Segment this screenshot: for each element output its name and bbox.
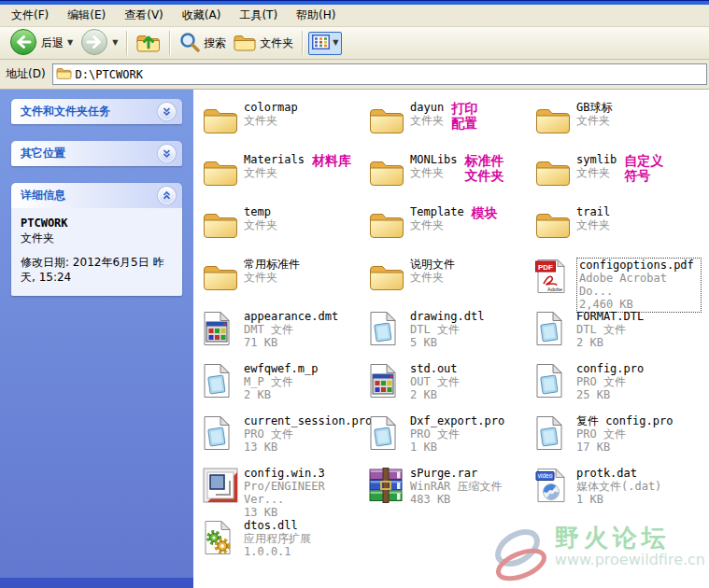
gridfile-icon [203,308,244,349]
file-name: symlib [576,153,617,166]
file-name: appearance.dmt [244,310,338,323]
file-type: DMT 文件 [244,323,338,336]
file-tile[interactable]: Materials文件夹材料库 [203,151,369,203]
panel-file-tasks: 文件和文件夹任务 [11,99,182,124]
menu-item-4[interactable]: 工具(T) [230,5,287,26]
panel-details-header[interactable]: 详细信息 [11,183,182,208]
panel-other-places: 其它位置 [11,141,182,166]
folder-icon [369,151,410,192]
file-name: Template [410,205,464,218]
address-input[interactable]: D:\PTCWORK [52,63,707,85]
folder-icon [203,151,244,192]
file-tile[interactable]: PDF Adobeconfigoptions.pdfAdobe Acrobat … [535,256,702,308]
file-tile[interactable]: symlib文件夹自定义符号 [535,151,702,203]
panel-title: 文件和文件夹任务 [21,104,110,119]
search-button[interactable]: 搜索 [176,30,230,57]
file-tile[interactable]: config.proPRO 文件25 KB [535,360,702,413]
views-button[interactable]: ▼ [308,32,342,55]
menu-item-2[interactable]: 查看(V) [115,5,173,26]
file-name: current_session.pro [244,414,372,427]
panel-file-tasks-header[interactable]: 文件和文件夹任务 [11,99,182,124]
file-name: sPurge.rar [410,467,503,480]
chevron-down-icon[interactable] [158,145,176,162]
doc-icon [535,413,576,454]
file-tile[interactable]: drawing.dtlDTL 文件5 KB [369,308,535,360]
file-type: PRO 文件 [576,427,673,441]
file-type: 文件夹 [244,166,305,179]
file-tile[interactable]: current_session.proPRO 文件13 KB [203,413,369,465]
file-tile[interactable]: Dxf_export.proPRO 文件1 KB [369,413,535,465]
file-tile[interactable]: video protk.dat媒体文件(.dat)1 KB [535,465,702,517]
file-type: 应用程序扩展 [244,532,311,545]
file-type: 文件夹 [576,218,610,231]
annotation-label: 标准件文件夹 [465,153,504,183]
file-name: ewfqwef.m_p [244,362,318,375]
file-tile[interactable]: temp文件夹 [203,203,369,256]
file-tile[interactable]: FORMAT.DTLDTL 文件2 KB [535,308,702,360]
folder-icon [203,99,244,140]
folder-icon [535,203,576,245]
doc-icon [535,308,576,349]
file-name: config.pro [576,362,644,375]
menu-item-1[interactable]: 编辑(E) [58,5,115,26]
file-type: PRO 文件 [410,427,504,441]
file-tile[interactable]: MONLibs文件夹标准件文件夹 [369,151,535,203]
folders-button[interactable]: 文件夹 [230,31,297,56]
file-size: 2 KB [410,388,460,401]
file-tile[interactable]: trail文件夹 [535,203,702,256]
folder-icon [203,203,244,245]
menu-item-3[interactable]: 收藏(A) [173,5,231,26]
folder-icon [369,99,410,140]
doc-icon [369,413,410,454]
file-tile[interactable]: ewfqwef.m_pM_P 文件2 KB [203,360,369,413]
file-tile[interactable]: dtos.dll应用程序扩展1.0.0.1 [203,517,369,569]
file-name: dayun [410,101,444,114]
file-tile[interactable]: colormap文件夹 [203,99,369,151]
file-tile[interactable]: dayun文件夹打印配置 [369,99,535,151]
menu-item-0[interactable]: 文件(F) [2,5,58,26]
forward-button[interactable]: ▼ [77,26,121,61]
file-type: 文件夹 [410,218,464,231]
file-tile[interactable]: appearance.dmtDMT 文件71 KB [203,308,369,360]
back-button[interactable]: 后退 ▼ [6,26,77,61]
file-tile[interactable]: 常用标准件文件夹 [203,256,369,308]
menu-item-5[interactable]: 帮助(H) [287,5,345,26]
file-type: PRO 文件 [576,375,644,388]
folder-icon [369,203,410,245]
back-dropdown-caret[interactable]: ▼ [67,39,73,47]
file-name: protk.dat [576,467,661,480]
svg-text:Adobe: Adobe [547,287,562,292]
forward-dropdown-caret[interactable]: ▼ [112,39,118,47]
file-name: dtos.dll [244,519,311,532]
file-type: DTL 文件 [410,323,484,336]
search-icon [179,32,200,55]
panel-title: 详细信息 [21,188,65,203]
file-name: config.win.3 [244,467,369,480]
file-tile[interactable]: 说明文件文件夹 [369,256,535,308]
chevron-down-icon[interactable] [158,103,176,120]
file-type: 文件夹 [410,114,444,127]
file-tile[interactable]: config.win.3Pro/ENGINEER Ver...13 KB [203,465,369,517]
file-tile[interactable]: std.outOUT 文件2 KB [369,360,535,413]
up-button[interactable] [133,29,164,58]
file-size: 2 KB [576,336,644,349]
file-name: temp [244,205,277,218]
file-tile[interactable]: Template文件夹模块 [369,203,535,256]
details-body: PTCWORK 文件夹 修改日期: 2012年6月5日 昨天, 15:24 [11,208,182,296]
back-button-label: 后退 [41,35,64,51]
folder-icon [535,151,576,192]
file-type: 文件夹 [244,114,298,127]
toolbar-separator [169,31,171,55]
file-tile[interactable]: 复件 config.proPRO 文件17 KB [535,413,702,465]
file-tile[interactable]: sPurge.rarWinRAR 压缩文件483 KB [369,465,535,517]
file-tile[interactable]: GB球标文件夹 [535,99,702,151]
panel-other-places-header[interactable]: 其它位置 [11,141,182,166]
chevron-up-icon[interactable] [158,187,176,204]
file-type: 文件夹 [244,218,277,231]
folders-icon [234,33,256,54]
media-icon: video [535,465,576,506]
toolbar: 后退 ▼ ▼ [0,27,709,60]
views-dropdown-caret[interactable]: ▼ [333,39,338,47]
file-name: 说明文件 [410,258,455,271]
file-name: Materials [244,153,305,166]
